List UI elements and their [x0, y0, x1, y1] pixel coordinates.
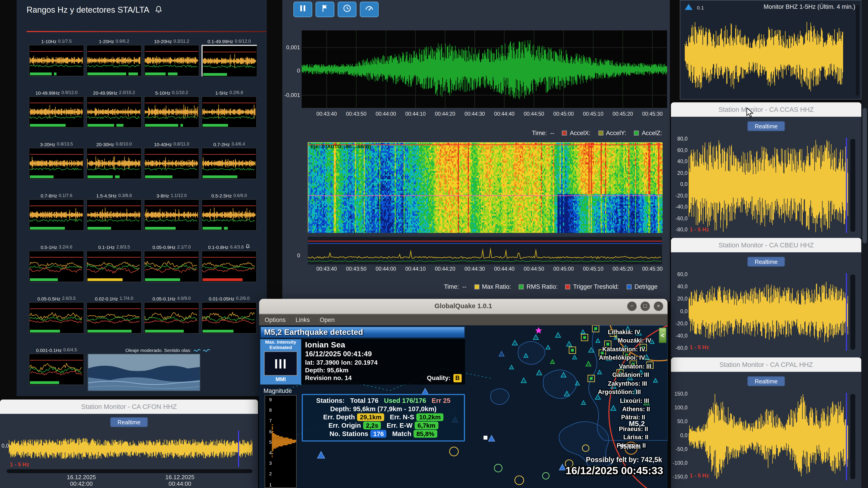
hz-detector-cell[interactable]: 1.5-4.5Hz0.3/8.8 — [86, 192, 142, 231]
hz-detector-cell[interactable]: 0.05-0.5Hz2.6/3.5 — [29, 295, 84, 333]
vertical-scrollbar[interactable] — [856, 5, 859, 96]
y-axis-tick: 150,0 — [672, 391, 688, 397]
hz-detector-cell[interactable]: 3-20Hz0.8/13.5 — [29, 140, 84, 179]
close-button[interactable]: × — [654, 302, 663, 311]
hz-detectors-panel: Rangos Hz y detectores STA/LTA 1-10Hz0.1… — [17, 0, 267, 396]
station-marker-icon — [586, 361, 591, 366]
seismogram-chart — [685, 16, 843, 96]
hz-detector-label: 0.001-0.1Hz0.6/4.5 — [29, 346, 84, 354]
map[interactable]: Lithakiá: IVMouzáki: IVKatastárion: IVAm… — [259, 325, 668, 488]
hz-detector-cell[interactable]: 0.7-8Hz0.1/7.6 — [29, 192, 84, 231]
hz-detector-cell[interactable]: 0.1-49.99Hz0.6/12.0 — [202, 38, 257, 76]
maximize-button[interactable]: □ — [640, 302, 650, 311]
hz-detector-cell[interactable]: 1-5Hz0.2/6.8 — [202, 89, 257, 128]
hz-detector-cell[interactable]: 3-8Hz1.1/12.0 — [144, 192, 199, 231]
gauge-button[interactable] — [360, 2, 379, 17]
hz-detector-label: 0.05-0.5Hz2.6/3.5 — [29, 295, 84, 302]
hz-detector-cell[interactable]: 0.01-0.05Hz0.2/6.0 — [202, 295, 257, 333]
realtime-button[interactable]: Realtime — [747, 257, 785, 267]
hz-detector-cell[interactable]: 10-40Hz0.8/11.0 — [144, 140, 199, 179]
clock-button[interactable] — [338, 2, 356, 17]
menu-links[interactable]: Links — [296, 317, 310, 323]
y-axis-tick: -0,001 — [283, 92, 300, 98]
bell-icon — [245, 244, 250, 250]
collapse-sidebar-button[interactable]: < — [659, 328, 666, 343]
pause-button[interactable] — [293, 2, 312, 17]
x-axis-tick: 00:43:40 — [312, 266, 341, 272]
station-marker-icon — [546, 345, 550, 349]
stats-row: Depth: 95,6km (77,9km - 107,0km) — [303, 405, 464, 413]
city-intensity-label: Ambelókipoi: IV — [599, 354, 645, 361]
minimize-button[interactable]: − — [627, 302, 637, 311]
hz-detector-cell[interactable]: 0.7-2Hz3.4/6.4 — [202, 140, 257, 179]
window-titlebar[interactable]: GlobalQuake 1.0.1 − □ × — [259, 299, 668, 314]
station-marker-icon — [422, 388, 428, 394]
station-marker-icon — [533, 335, 538, 339]
x-axis-tick: 00:45:20 — [608, 111, 637, 117]
hz-detector-cell[interactable]: 0.1-0.8Hz6.4/3.8 — [202, 243, 257, 282]
hz-detector-cell[interactable]: 0.05-0.1Hz4.0/9.0 — [144, 295, 199, 333]
hz-detector-chart — [202, 96, 257, 128]
earthquake-alert-banner: M5,2 Earthquake detected — [260, 326, 465, 338]
hz-detector-cell[interactable]: 10-49.99Hz0.9/12.0 — [29, 89, 84, 128]
realtime-button[interactable]: Realtime — [747, 376, 785, 386]
city-intensity-label: Lárisa: II — [623, 434, 649, 440]
quality-label: Quality: — [427, 374, 451, 383]
realtime-button[interactable]: Realtime — [747, 121, 785, 131]
legend-item: AccelX: — [562, 129, 591, 136]
max-intensity-box: Max. Intensity Estimated III MMI — [260, 339, 301, 385]
hz-detector-chart — [29, 302, 84, 334]
hz-detector-cell[interactable]: 5-10Hz0.1/10.2 — [144, 89, 199, 128]
accel-legend: Time: --AccelX:AccelY:AccelZ: — [532, 129, 662, 136]
legend-swatch — [598, 130, 603, 135]
y-axis-tick: 20,0 — [672, 296, 688, 302]
realtime-button[interactable]: Realtime — [110, 417, 148, 427]
station-monitor-title: Station Monitor - CA CFON HHZ — [81, 403, 177, 411]
station-monitor-header[interactable]: Station Monitor - CA CBEU HHZ — [671, 238, 861, 252]
hz-detector-cell[interactable]: 10-20Hz0.3/11.2 — [144, 38, 199, 76]
hz-detector-chart — [86, 251, 142, 282]
flag-button[interactable] — [315, 2, 334, 17]
hz-detector-cell[interactable]: 0.1-1Hz2.8/3.5 — [86, 243, 142, 282]
hz-detector-cell[interactable]: 1-20Hz0.9/6.2 — [86, 38, 142, 76]
station-monitor-header[interactable]: Station Monitor - CA CPAL HHZ — [671, 357, 861, 372]
hz-detector-cell[interactable]: 0.5-2.5Hz0.6/6.0 — [202, 192, 257, 231]
x-axis-tick: 00:44:20 — [431, 111, 459, 117]
hz-detector-cell[interactable]: 0.02-0.1Hz1.7/4.0 — [86, 295, 142, 333]
vertical-scrollbar[interactable] — [850, 394, 855, 479]
hz-detector-cell[interactable]: 0.05-0.9Hz2.1/7.0 — [144, 243, 199, 282]
hz-detector-label: 0.05-0.1Hz4.0/9.0 — [144, 295, 199, 302]
red-divider — [27, 31, 267, 32]
stat-badge: 85,8% — [414, 430, 437, 437]
seismogram-chart — [689, 138, 848, 233]
station-monitor-header[interactable]: Station Monitor - CA CCAS HHZ — [671, 102, 861, 117]
flag-icon — [320, 3, 330, 15]
horizontal-scrollbar[interactable] — [6, 469, 252, 473]
x-axis-tick: 00:44:00 — [371, 111, 400, 117]
menu-open[interactable]: Open — [320, 317, 335, 323]
legend-swatch — [562, 130, 567, 135]
city-intensity-label: Vanáton: III — [619, 363, 651, 369]
legend-item: Max Ratio: — [474, 283, 511, 290]
screen-scrollbar[interactable] — [862, 0, 868, 488]
menu-options[interactable]: Options — [265, 317, 286, 323]
gauge-icon — [364, 3, 374, 15]
bell-icon[interactable] — [154, 5, 163, 14]
city-intensity-label: Katastárion: IV — [602, 346, 645, 352]
hz-detector-label: 0.5-1Hz3.2/4.6 — [29, 243, 84, 251]
magnitude-scale-tick: 8 — [266, 408, 272, 413]
hz-detector-cell[interactable]: 20-30Hz0.8/10.0 — [86, 140, 142, 179]
vertical-scrollbar[interactable] — [850, 274, 855, 350]
magnitude-scale-tick: 7 — [266, 418, 272, 423]
hz-detector-cell[interactable]: 0.5-1Hz3.2/4.6 — [29, 243, 84, 282]
y-axis-tick: -100,0 — [672, 460, 688, 466]
event-circle-icon — [450, 447, 458, 456]
legend-swatch — [627, 284, 632, 289]
hz-detector-cell[interactable]: 1-10Hz0.1/7.5 — [29, 38, 84, 76]
hz-detector-cell[interactable]: 0.001-0.1Hz0.6/4.5 — [29, 346, 84, 391]
station-monitor-header[interactable]: Station Monitor - CA CFON HHZ — [0, 399, 258, 414]
y-axis-tick: 100,0 — [672, 404, 688, 411]
hz-detector-cell[interactable]: 20-49.99Hz2.0/15.2 — [86, 89, 142, 128]
city-intensity-label: Lithakiá: IV — [608, 329, 640, 335]
vertical-scrollbar[interactable] — [850, 139, 855, 232]
